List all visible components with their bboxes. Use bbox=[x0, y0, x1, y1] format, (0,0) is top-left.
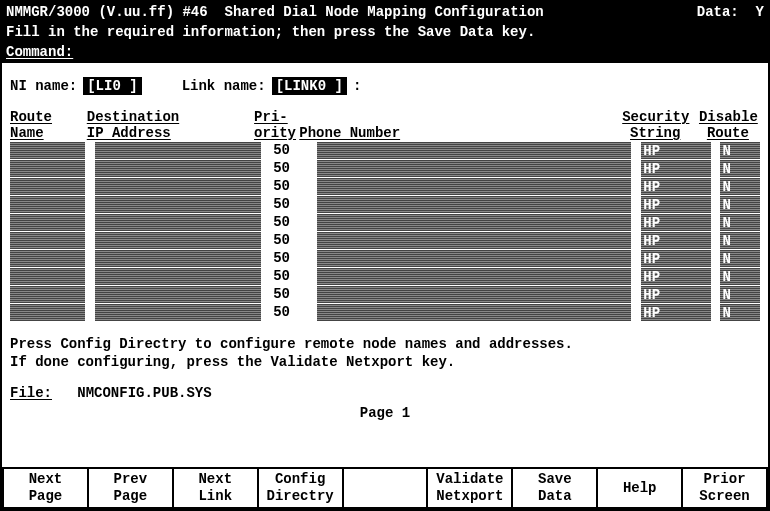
security-string-input[interactable]: HP bbox=[641, 196, 710, 213]
table-row: 50HPN bbox=[10, 160, 760, 177]
dest-ip-input[interactable] bbox=[95, 178, 261, 195]
route-name-input[interactable] bbox=[10, 250, 85, 267]
instruction-text: Fill in the required information; then p… bbox=[2, 22, 768, 42]
table-row: 50HPN bbox=[10, 268, 760, 285]
table-row: 50HPN bbox=[10, 214, 760, 231]
ni-name-label: NI name: bbox=[10, 78, 77, 94]
security-string-input[interactable]: HP bbox=[641, 160, 710, 177]
disable-route-input[interactable]: N bbox=[720, 178, 760, 195]
security-string-input[interactable]: HP bbox=[641, 232, 710, 249]
link-suffix: : bbox=[353, 78, 361, 94]
phone-number-input[interactable] bbox=[317, 250, 632, 267]
phone-number-input[interactable] bbox=[317, 178, 632, 195]
column-headers-row2: Name IP Address ority Phone Number Strin… bbox=[10, 125, 760, 141]
fkey-3[interactable]: NextLink bbox=[174, 469, 259, 507]
security-string-input[interactable]: HP bbox=[641, 286, 710, 303]
fkey-8[interactable]: Help bbox=[598, 469, 683, 507]
route-name-input[interactable] bbox=[10, 214, 85, 231]
dest-ip-input[interactable] bbox=[95, 196, 261, 213]
phone-number-input[interactable] bbox=[317, 214, 632, 231]
fkey-1[interactable]: NextPage bbox=[4, 469, 89, 507]
dest-ip-input[interactable] bbox=[95, 232, 261, 249]
disable-route-input[interactable]: N bbox=[720, 196, 760, 213]
security-string-input[interactable]: HP bbox=[641, 268, 710, 285]
priority-input[interactable]: 50 bbox=[271, 142, 307, 159]
disable-route-input[interactable]: N bbox=[720, 286, 760, 303]
route-name-input[interactable] bbox=[10, 142, 85, 159]
title-bar: NMMGR/3000 (V.uu.ff) #46 Shared Dial Nod… bbox=[2, 2, 768, 22]
table-row: 50HPN bbox=[10, 178, 760, 195]
app-version: (V.uu.ff) bbox=[98, 4, 174, 20]
route-name-input[interactable] bbox=[10, 160, 85, 177]
data-label: Data: bbox=[697, 4, 739, 20]
priority-input[interactable]: 50 bbox=[271, 214, 307, 231]
route-name-input[interactable] bbox=[10, 196, 85, 213]
phone-number-input[interactable] bbox=[317, 142, 632, 159]
table-row: 50HPN bbox=[10, 250, 760, 267]
priority-input[interactable]: 50 bbox=[271, 286, 307, 303]
priority-input[interactable]: 50 bbox=[271, 304, 307, 321]
phone-number-input[interactable] bbox=[317, 160, 632, 177]
fkey-4[interactable]: ConfigDirectry bbox=[259, 469, 344, 507]
route-name-input[interactable] bbox=[10, 178, 85, 195]
fkey-2[interactable]: PrevPage bbox=[89, 469, 174, 507]
fkey-7[interactable]: SaveData bbox=[513, 469, 598, 507]
disable-route-input[interactable]: N bbox=[720, 214, 760, 231]
ni-name-input[interactable]: [LI0 ] bbox=[83, 77, 141, 95]
help-line-2: If done configuring, press the Validate … bbox=[10, 353, 760, 371]
table-row: 50HPN bbox=[10, 142, 760, 159]
command-label[interactable]: Command: bbox=[6, 44, 73, 60]
dest-ip-input[interactable] bbox=[95, 304, 261, 321]
phone-number-input[interactable] bbox=[317, 196, 632, 213]
priority-input[interactable]: 50 bbox=[271, 268, 307, 285]
column-headers-row1: Route Destination Pri- Security Disable bbox=[10, 109, 760, 125]
fkey-5 bbox=[344, 469, 429, 507]
security-string-input[interactable]: HP bbox=[641, 250, 710, 267]
security-string-input[interactable]: HP bbox=[641, 304, 710, 321]
priority-input[interactable]: 50 bbox=[271, 250, 307, 267]
security-string-input[interactable]: HP bbox=[641, 178, 710, 195]
data-value: Y bbox=[756, 4, 764, 20]
table-row: 50HPN bbox=[10, 286, 760, 303]
route-name-input[interactable] bbox=[10, 286, 85, 303]
table-row: 50HPN bbox=[10, 304, 760, 321]
priority-input[interactable]: 50 bbox=[271, 160, 307, 177]
disable-route-input[interactable]: N bbox=[720, 304, 760, 321]
phone-number-input[interactable] bbox=[317, 286, 632, 303]
route-name-input[interactable] bbox=[10, 304, 85, 321]
disable-route-input[interactable]: N bbox=[720, 142, 760, 159]
file-value: NMCONFIG.PUB.SYS bbox=[77, 385, 211, 401]
table-row: 50HPN bbox=[10, 196, 760, 213]
app-name: NMMGR/3000 bbox=[6, 4, 90, 20]
dest-ip-input[interactable] bbox=[95, 286, 261, 303]
help-line-1: Press Config Directry to configure remot… bbox=[10, 335, 760, 353]
fkey-6[interactable]: ValidateNetxport bbox=[428, 469, 513, 507]
screen-title: Shared Dial Node Mapping Configuration bbox=[224, 4, 543, 20]
page-indicator: Page 1 bbox=[10, 405, 760, 421]
dest-ip-input[interactable] bbox=[95, 214, 261, 231]
table-row: 50HPN bbox=[10, 232, 760, 249]
priority-input[interactable]: 50 bbox=[271, 196, 307, 213]
security-string-input[interactable]: HP bbox=[641, 214, 710, 231]
dest-ip-input[interactable] bbox=[95, 268, 261, 285]
link-name-label: Link name: bbox=[182, 78, 266, 94]
priority-input[interactable]: 50 bbox=[271, 232, 307, 249]
link-name-input[interactable]: [LINK0 ] bbox=[272, 77, 347, 95]
fkey-9[interactable]: PriorScreen bbox=[683, 469, 766, 507]
security-string-input[interactable]: HP bbox=[641, 142, 710, 159]
disable-route-input[interactable]: N bbox=[720, 160, 760, 177]
route-name-input[interactable] bbox=[10, 232, 85, 249]
dest-ip-input[interactable] bbox=[95, 160, 261, 177]
disable-route-input[interactable]: N bbox=[720, 232, 760, 249]
priority-input[interactable]: 50 bbox=[271, 178, 307, 195]
dest-ip-input[interactable] bbox=[95, 142, 261, 159]
function-key-bar: NextPagePrevPageNextLinkConfigDirectryVa… bbox=[2, 467, 768, 509]
phone-number-input[interactable] bbox=[317, 232, 632, 249]
route-name-input[interactable] bbox=[10, 268, 85, 285]
screen-id: #46 bbox=[182, 4, 207, 20]
disable-route-input[interactable]: N bbox=[720, 268, 760, 285]
phone-number-input[interactable] bbox=[317, 304, 632, 321]
dest-ip-input[interactable] bbox=[95, 250, 261, 267]
disable-route-input[interactable]: N bbox=[720, 250, 760, 267]
phone-number-input[interactable] bbox=[317, 268, 632, 285]
